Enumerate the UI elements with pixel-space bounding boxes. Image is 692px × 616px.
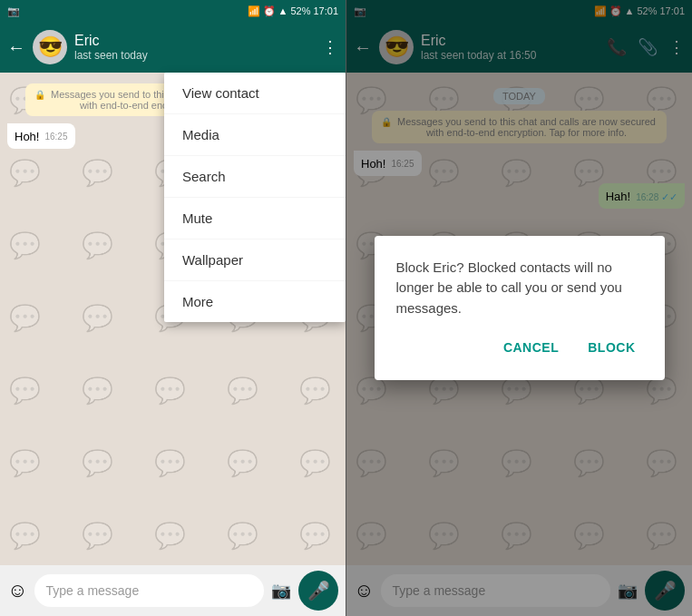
left-msg-text-1: Hoh! xyxy=(15,130,39,143)
menu-search[interactable]: Search xyxy=(164,156,346,198)
block-dialog: Block Eric? Blocked contacts will no lon… xyxy=(375,236,665,381)
right-dialog-overlay: Block Eric? Blocked contacts will no lon… xyxy=(346,0,692,616)
left-mic-button[interactable]: 🎤 xyxy=(298,571,338,611)
left-emoji-button[interactable]: ☺ xyxy=(7,579,27,602)
left-alarm-icon: ⏰ xyxy=(263,5,276,17)
left-battery-text: 52% xyxy=(290,5,310,16)
right-screen: 📷 📶 ⏰ ▲ 52% 17:01 ← 😎 Eric last seen tod… xyxy=(346,0,692,616)
left-chat-header: ← 😎 Eric last seen today ⋮ xyxy=(0,22,346,73)
left-lock-icon: 🔒 xyxy=(34,90,45,100)
left-signal-icon: 📶 xyxy=(248,5,260,17)
left-more-icon[interactable]: ⋮ xyxy=(322,37,338,57)
left-contact-name: Eric xyxy=(74,33,315,49)
dialog-block-button[interactable]: BLOCK xyxy=(580,337,642,358)
left-input-bar: ☺ Type a message 📷 🎤 xyxy=(0,565,346,616)
left-mic-icon: 🎤 xyxy=(307,580,330,601)
menu-more[interactable]: More xyxy=(164,281,346,322)
dialog-text: Block Eric? Blocked contacts will no lon… xyxy=(396,258,643,319)
left-status-icon: 📷 xyxy=(7,5,20,17)
left-input-wrap[interactable]: Type a message xyxy=(34,574,264,607)
left-status-icons: 📶 ⏰ ▲ 52% 17:01 xyxy=(248,5,338,17)
left-time: 17:01 xyxy=(313,5,338,16)
left-message-1: Hoh! 16:25 xyxy=(7,123,75,149)
left-input-placeholder[interactable]: Type a message xyxy=(45,583,253,598)
menu-mute[interactable]: Mute xyxy=(164,198,346,240)
dialog-buttons: CANCEL BLOCK xyxy=(396,337,643,358)
left-header-icons: ⋮ xyxy=(322,37,338,57)
left-avatar: 😎 xyxy=(33,30,67,64)
dialog-cancel-button[interactable]: CANCEL xyxy=(496,337,566,358)
menu-media[interactable]: Media xyxy=(164,114,346,156)
left-last-seen: last seen today xyxy=(74,49,315,62)
left-msg-time-1: 16:25 xyxy=(44,131,67,143)
left-avatar-emoji: 😎 xyxy=(38,35,63,59)
left-camera-button[interactable]: 📷 xyxy=(271,581,291,601)
left-screen: 📷 📶 ⏰ ▲ 52% 17:01 ← 😎 Eric last seen tod… xyxy=(0,0,346,616)
menu-view-contact[interactable]: View contact xyxy=(164,73,346,114)
left-back-button[interactable]: ← xyxy=(7,37,25,58)
left-dropdown-menu: View contact Media Search Mute Wallpaper… xyxy=(164,73,346,322)
left-header-info: Eric last seen today xyxy=(74,33,315,62)
left-wifi-icon: ▲ xyxy=(278,5,288,16)
left-status-bar: 📷 📶 ⏰ ▲ 52% 17:01 xyxy=(0,0,346,22)
menu-wallpaper[interactable]: Wallpaper xyxy=(164,240,346,281)
